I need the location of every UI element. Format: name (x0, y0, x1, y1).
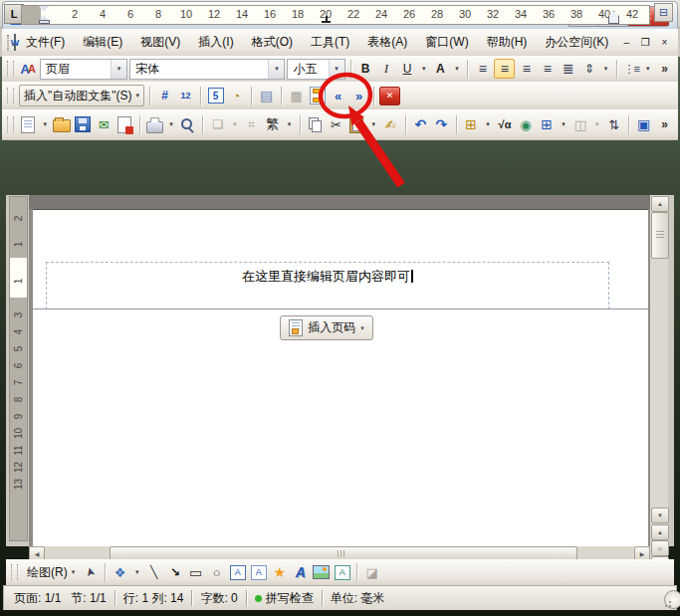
line-spacing-button[interactable]: ⇕ (579, 59, 598, 79)
indent-markers[interactable] (39, 6, 50, 24)
insert-table-dropdown-icon[interactable]: ▾ (483, 114, 494, 134)
previous-page-button[interactable]: ▲ (651, 524, 669, 540)
ruler-toggle-icon[interactable]: ⊟ (654, 3, 673, 22)
italic-button[interactable]: I (377, 59, 396, 79)
header-edit-area[interactable]: 在这里直接编辑页眉内容即可 (46, 262, 609, 309)
vertical-textbox-icon[interactable]: A (249, 562, 268, 582)
table-properties-dropdown-icon[interactable]: ▾ (559, 114, 569, 134)
toolbar-grip[interactable] (7, 61, 14, 77)
align-left-button[interactable]: ≡ (473, 59, 492, 79)
font-combobox[interactable]: 宋体 ▾ (129, 59, 285, 80)
status-spellcheck[interactable]: 拼写检查 (255, 590, 314, 607)
insert-autotext-button[interactable]: 插入"自动图文集"(S) ▾ (19, 85, 144, 106)
align-center-button[interactable]: ≡ (494, 59, 515, 79)
textbox-icon[interactable]: A (228, 562, 247, 582)
print-icon[interactable] (145, 114, 164, 134)
page-setup-icon[interactable]: ▤ (257, 86, 276, 105)
oval-icon[interactable]: ○ (207, 562, 226, 582)
character-scale-dropdown-icon[interactable]: ▾ (452, 59, 462, 79)
doc-restore-icon[interactable]: ❐ (637, 37, 653, 48)
redo-icon[interactable]: ↷ (432, 114, 451, 134)
doc-close-icon[interactable]: × (656, 37, 672, 48)
doc-minimize-icon[interactable]: – (618, 37, 634, 48)
adjust-width-icon[interactable]: ⇅ (604, 114, 623, 134)
vertical-scroll-thumb[interactable] (651, 212, 669, 259)
menu-format[interactable]: 格式(O) (244, 31, 301, 54)
insert-page-number-field-icon[interactable]: # (155, 86, 174, 105)
document-view-icon[interactable]: ▣ (634, 114, 653, 134)
header-text-content[interactable]: 在这里直接编辑页眉内容即可 (242, 269, 410, 284)
underline-button[interactable]: U (398, 59, 417, 79)
toolbar-grip[interactable] (7, 116, 14, 132)
chevron-down-icon[interactable]: ▾ (329, 60, 344, 79)
formula-icon[interactable]: √α (496, 114, 515, 134)
menu-table[interactable]: 表格(A) (359, 31, 415, 54)
traditional-simplified-icon[interactable]: 繁 (263, 114, 282, 134)
toolbar-overflow-button[interactable]: » (655, 59, 674, 79)
switch-header-footer-icon[interactable] (308, 86, 327, 105)
numbering-dropdown-icon[interactable]: ▾ (643, 59, 653, 79)
document-menu-icon[interactable] (14, 34, 16, 51)
select-browse-object-button[interactable]: ○ (651, 540, 669, 556)
caption-icon[interactable]: A (333, 562, 351, 582)
copy-icon[interactable] (306, 114, 325, 134)
scroll-down-button[interactable]: ▼ (651, 508, 669, 523)
menu-file[interactable]: 文件(F) (18, 31, 73, 54)
character-scale-button[interactable]: A (431, 59, 450, 79)
toolbar-overflow-button[interactable]: » (655, 114, 674, 134)
font-size-combobox[interactable]: 小五 ▾ (287, 59, 344, 80)
toolbar-grip[interactable] (7, 35, 9, 51)
bold-button[interactable]: B (356, 59, 375, 79)
send-mail-icon[interactable]: ✉ (95, 114, 113, 134)
show-next-icon[interactable]: » (349, 86, 368, 105)
toolbar-grip[interactable] (11, 564, 18, 580)
insert-art-icon[interactable]: ★ (270, 562, 289, 582)
arrow-icon[interactable]: ↘ (165, 562, 184, 582)
paste-icon[interactable] (347, 114, 366, 134)
undo-icon[interactable]: ↶ (411, 114, 430, 134)
insert-time-icon[interactable]: ◔ (227, 86, 246, 105)
resize-grip[interactable] (664, 598, 674, 608)
menu-edit[interactable]: 编辑(E) (75, 31, 130, 54)
chevron-down-icon[interactable]: ▾ (268, 60, 284, 79)
insert-picture-icon[interactable] (312, 562, 331, 582)
close-header-footer-button[interactable]: ✕ (379, 87, 400, 105)
styles-and-formatting-icon[interactable]: A A (19, 59, 38, 79)
cut-icon[interactable]: ✂ (327, 114, 345, 134)
insert-table-icon[interactable]: ⊞ (462, 114, 481, 134)
left-indent-marker[interactable] (39, 20, 50, 24)
style-combobox[interactable]: 页眉 ▾ (40, 59, 127, 80)
menu-tools[interactable]: 工具(T) (303, 31, 357, 54)
autoshapes-dropdown-icon[interactable]: ▾ (131, 562, 142, 582)
line-spacing-dropdown-icon[interactable]: ▾ (600, 59, 610, 79)
distribute-button[interactable]: ≣ (559, 59, 577, 79)
document-page[interactable]: 在这里直接编辑页眉内容即可 插入页码 ▾ (33, 209, 648, 546)
save-icon[interactable] (74, 114, 93, 134)
export-pdf-icon[interactable] (115, 114, 134, 134)
traditional-dropdown-icon[interactable]: ▾ (284, 114, 295, 134)
menu-office-space[interactable]: 办公空间(K) (537, 31, 616, 54)
scroll-up-button[interactable]: ▲ (651, 196, 669, 212)
align-right-button[interactable]: ≡ (517, 59, 536, 79)
menu-help[interactable]: 帮助(H) (479, 31, 536, 54)
numbering-button[interactable]: ⋮≡ (622, 59, 641, 79)
menu-view[interactable]: 视图(V) (132, 31, 188, 54)
vertical-scrollbar[interactable]: ▲ ▼ ▲ ○ ▼ (650, 195, 668, 572)
line-icon[interactable]: ╲ (144, 562, 163, 582)
table-properties-icon[interactable]: ⊞ (538, 114, 557, 134)
wordart-icon[interactable]: A (291, 562, 310, 582)
show-previous-icon[interactable]: « (329, 86, 347, 105)
toolbar-grip[interactable] (7, 88, 14, 103)
open-icon[interactable] (53, 114, 72, 134)
chevron-down-icon[interactable]: ▾ (111, 60, 126, 79)
justify-button[interactable]: ≡ (538, 59, 557, 79)
select-objects-icon[interactable]: ➤ (79, 560, 103, 584)
rectangle-icon[interactable]: ▭ (186, 562, 205, 582)
first-line-indent-marker[interactable] (39, 6, 49, 12)
insert-date-icon[interactable]: 5 (206, 86, 225, 105)
insert-page-count-icon[interactable]: 12 (176, 86, 195, 105)
hyperlink-icon[interactable]: ◉ (517, 114, 536, 134)
link-to-previous-icon[interactable]: ▦ (287, 86, 306, 105)
print-preview-icon[interactable] (178, 114, 197, 134)
header-text[interactable]: 在这里直接编辑页眉内容即可 (47, 268, 608, 286)
